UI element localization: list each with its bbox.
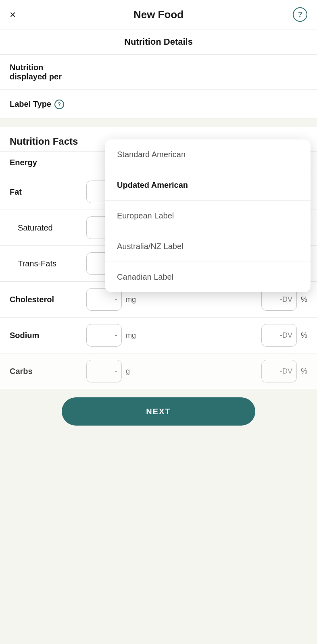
cholesterol-percent-label: %: [301, 295, 307, 304]
nutrition-displayed-per-label: Nutritiondisplayed per: [10, 63, 82, 81]
carbs-dv-placeholder: -DV: [280, 367, 292, 376]
label-type-label: Label Type: [10, 100, 51, 109]
sodium-percent-label: %: [301, 331, 307, 340]
sodium-dv-placeholder: -DV: [280, 331, 292, 340]
next-button[interactable]: NEXT: [62, 397, 255, 426]
cholesterol-unit: mg: [126, 295, 138, 304]
dropdown-option-australia-nz[interactable]: Australia/NZ Label: [105, 231, 311, 262]
help-button[interactable]: ?: [293, 7, 307, 22]
cholesterol-label: Cholesterol: [10, 295, 82, 304]
label-type-dropdown: Standard American Updated American Europ…: [105, 139, 311, 292]
trans-fats-label: Trans-Fats: [10, 259, 82, 268]
sodium-unit: mg: [126, 331, 138, 340]
label-type-row[interactable]: Label Type ?: [0, 90, 317, 119]
carbs-label: Carbs: [10, 367, 82, 376]
bottom-bar: NEXT: [0, 389, 317, 440]
energy-label: Energy: [10, 158, 82, 167]
page-title: New Food: [133, 8, 184, 21]
carbs-percent-label: %: [301, 367, 307, 376]
dropdown-option-canadian-label[interactable]: Canadian Label: [105, 262, 311, 292]
sodium-dv-input[interactable]: -DV: [261, 324, 297, 347]
app-header: × New Food ?: [0, 0, 317, 29]
label-type-help-icon[interactable]: ?: [54, 100, 64, 109]
sodium-row: Sodium - mg -DV %: [0, 318, 317, 353]
carbs-value-placeholder: -: [115, 367, 117, 376]
fat-label: Fat: [10, 187, 82, 197]
saturated-label: Saturated: [10, 223, 82, 233]
sodium-value-input[interactable]: -: [86, 324, 122, 347]
carbs-unit: g: [126, 367, 138, 376]
carbs-row: Carbs - g -DV %: [0, 353, 317, 389]
carbs-dv-input[interactable]: -DV: [261, 360, 297, 382]
dropdown-option-european-label[interactable]: European Label: [105, 201, 311, 231]
dropdown-option-updated-american[interactable]: Updated American: [105, 170, 311, 201]
nutrition-displayed-per-row[interactable]: Nutritiondisplayed per: [0, 55, 317, 90]
close-button[interactable]: ×: [10, 9, 16, 20]
carbs-value-input[interactable]: -: [86, 360, 122, 382]
sodium-label: Sodium: [10, 331, 82, 340]
sodium-value-placeholder: -: [115, 331, 117, 340]
section-title: Nutrition Details: [0, 29, 317, 55]
section-gap-1: [0, 119, 317, 127]
dropdown-option-standard-american[interactable]: Standard American: [105, 139, 311, 170]
cholesterol-dv-placeholder: -DV: [280, 295, 292, 304]
main-content: Nutritiondisplayed per Label Type ? Nutr…: [0, 55, 317, 389]
cholesterol-value-placeholder: -: [115, 295, 117, 304]
